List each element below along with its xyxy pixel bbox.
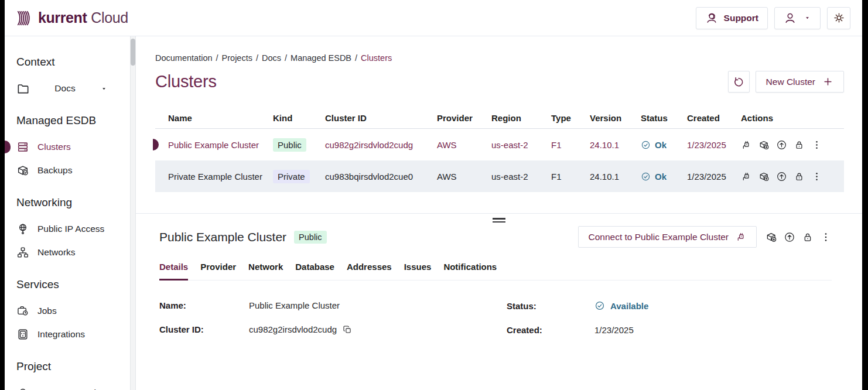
sidebar-item-label: Backups bbox=[37, 165, 72, 176]
expand-action-button[interactable] bbox=[776, 171, 787, 182]
field-name: Name: Public Example Cluster bbox=[159, 300, 507, 310]
detail-actions bbox=[766, 231, 832, 243]
copy-cluster-id-button[interactable] bbox=[343, 325, 352, 334]
table-row[interactable]: Public Example Cluster Public cu982g2irs… bbox=[155, 129, 844, 160]
cell-type: F1 bbox=[551, 172, 590, 182]
plug-icon bbox=[741, 171, 752, 182]
expand-action-button[interactable] bbox=[784, 231, 795, 243]
panel-splitter bbox=[136, 213, 862, 226]
status-badge: Ok bbox=[641, 172, 687, 182]
sidebar: Context Docs Managed ESDB Clusters Backu… bbox=[5, 36, 130, 390]
sidebar-section-project: Project Events Console bbox=[5, 360, 130, 390]
theme-toggle-button[interactable] bbox=[827, 7, 850, 29]
breadcrumb-item-projects[interactable]: Projects bbox=[222, 53, 252, 63]
kurrent-cloud-logo[interactable]: kurrentCloud bbox=[16, 9, 128, 27]
sidebar-section-managed-esdb: Managed ESDB Clusters Backups bbox=[5, 114, 130, 179]
sidebar-item-public-ip-access[interactable]: Public IP Access bbox=[5, 221, 130, 237]
tab-notifications[interactable]: Notifications bbox=[443, 262, 497, 280]
sidebar-heading-context: Context bbox=[5, 56, 130, 69]
sidebar-item-integrations[interactable]: Integrations bbox=[5, 326, 130, 343]
tab-issues[interactable]: Issues bbox=[404, 262, 432, 280]
headset-icon bbox=[705, 12, 718, 25]
column-header-region: Region bbox=[491, 113, 551, 123]
more-actions-button[interactable] bbox=[811, 171, 822, 182]
cell-provider: AWS bbox=[437, 172, 491, 182]
breadcrumb-current: Clusters bbox=[361, 53, 392, 63]
sidebar-heading-managed-esdb: Managed ESDB bbox=[5, 114, 130, 127]
tab-database[interactable]: Database bbox=[295, 262, 334, 280]
user-icon bbox=[784, 12, 797, 25]
connect-action-button[interactable] bbox=[741, 139, 752, 150]
active-indicator bbox=[5, 141, 11, 153]
field-name-value: Public Example Cluster bbox=[249, 300, 340, 310]
security-action-button[interactable] bbox=[802, 231, 814, 243]
security-action-button[interactable] bbox=[794, 171, 805, 182]
page-actions: New Cluster bbox=[728, 71, 844, 93]
breadcrumb-item-managed-esdb[interactable]: Managed ESDB bbox=[291, 53, 351, 63]
column-header-status: Status bbox=[641, 113, 687, 123]
arrow-up-circle-icon bbox=[784, 231, 795, 243]
backup-action-button[interactable] bbox=[758, 171, 770, 182]
bell-icon bbox=[16, 386, 29, 390]
check-circle-icon bbox=[641, 172, 651, 182]
cell-created: 1/23/2025 bbox=[687, 140, 741, 150]
plug-icon bbox=[736, 231, 747, 242]
logo-brand-text: kurrent bbox=[38, 9, 87, 26]
column-header-type: Type bbox=[551, 113, 590, 123]
sidebar-item-label: Jobs bbox=[37, 306, 57, 316]
sidebar-item-events-console[interactable]: Events Console bbox=[5, 385, 130, 390]
row-actions bbox=[741, 139, 844, 150]
connect-action-button[interactable] bbox=[741, 171, 752, 182]
sidebar-scrollbar[interactable] bbox=[130, 36, 136, 390]
refresh-icon bbox=[733, 76, 744, 88]
sidebar-item-label: Integrations bbox=[37, 329, 85, 340]
security-action-button[interactable] bbox=[794, 139, 805, 150]
field-cluster-id: Cluster ID: cu982g2irsdvlod2cudg bbox=[159, 324, 507, 334]
backup-action-button[interactable] bbox=[766, 231, 777, 243]
breadcrumb-item-docs[interactable]: Docs bbox=[262, 53, 281, 63]
new-cluster-button[interactable]: New Cluster bbox=[756, 71, 844, 93]
sidebar-item-jobs[interactable]: Jobs bbox=[5, 303, 130, 319]
backup-action-button[interactable] bbox=[758, 139, 770, 150]
sidebar-section-networking: Networking Public IP Access Networks bbox=[5, 196, 130, 261]
expand-action-button[interactable] bbox=[776, 139, 787, 150]
breadcrumb-separator: / bbox=[285, 53, 287, 63]
tab-details[interactable]: Details bbox=[159, 262, 188, 280]
table-row[interactable]: Private Example Cluster Private cu983bqi… bbox=[155, 160, 844, 192]
backup-box-plus-icon bbox=[766, 231, 777, 243]
tab-provider[interactable]: Provider bbox=[200, 262, 236, 280]
chevron-down-icon bbox=[804, 14, 811, 22]
breadcrumb-item-documentation[interactable]: Documentation bbox=[155, 53, 213, 63]
sidebar-item-context-docs[interactable]: Docs bbox=[5, 80, 108, 97]
connect-to-cluster-button[interactable]: Connect to Public Example Cluster bbox=[578, 226, 757, 248]
more-actions-button[interactable] bbox=[820, 231, 832, 243]
support-label: Support bbox=[724, 13, 758, 23]
sidebar-item-clusters[interactable]: Clusters bbox=[5, 139, 130, 155]
new-cluster-label: New Cluster bbox=[766, 77, 815, 87]
integrations-icon bbox=[16, 328, 29, 341]
sidebar-scrollbar-thumb[interactable] bbox=[131, 39, 135, 66]
backups-icon bbox=[16, 164, 29, 177]
breadcrumb-separator: / bbox=[256, 53, 258, 63]
tab-addresses[interactable]: Addresses bbox=[347, 262, 392, 280]
drag-handle[interactable] bbox=[493, 218, 505, 224]
tab-network[interactable]: Network bbox=[248, 262, 283, 280]
kurrent-stripes-icon bbox=[16, 9, 33, 27]
field-status-value: Available bbox=[594, 300, 648, 311]
plus-icon bbox=[822, 76, 833, 87]
refresh-button[interactable] bbox=[728, 71, 750, 93]
sidebar-section-services: Services Jobs Integrations bbox=[5, 278, 130, 343]
sidebar-item-label: Public IP Access bbox=[37, 224, 104, 234]
connect-button-label: Connect to Public Example Cluster bbox=[588, 232, 729, 242]
user-menu-button[interactable] bbox=[774, 7, 821, 29]
cell-region: us-east-2 bbox=[491, 140, 551, 150]
more-actions-button[interactable] bbox=[811, 139, 822, 150]
field-created-value: 1/23/2025 bbox=[594, 325, 634, 335]
sidebar-item-backups[interactable]: Backups bbox=[5, 162, 130, 179]
lock-icon bbox=[794, 171, 805, 182]
support-button[interactable]: Support bbox=[696, 7, 768, 29]
sidebar-item-label: Networks bbox=[37, 247, 76, 258]
sidebar-item-networks[interactable]: Networks bbox=[5, 244, 130, 261]
cell-type: F1 bbox=[551, 140, 590, 150]
kind-badge: Public bbox=[273, 138, 306, 152]
